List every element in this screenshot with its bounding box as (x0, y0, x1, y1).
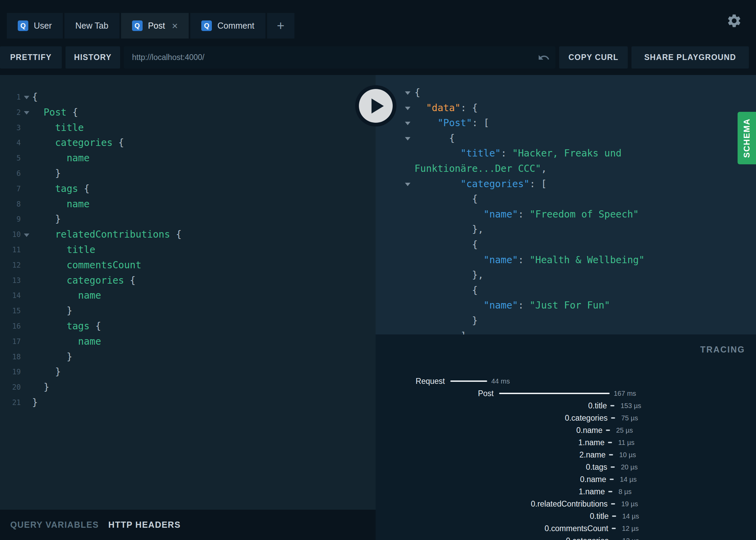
tracing-row: 0.title14 µs (376, 510, 756, 522)
query-code: } (32, 166, 376, 181)
tab-label: User (34, 21, 52, 31)
fold-arrow-icon[interactable] (401, 101, 415, 116)
query-code: title (32, 242, 376, 258)
query-code: } (32, 212, 376, 227)
tracing-dash-icon (610, 479, 614, 480)
tracing-dash-icon (609, 454, 613, 455)
fold-gutter (401, 298, 415, 313)
fold-gutter (401, 253, 415, 268)
line-number: 21 (0, 395, 21, 410)
tracing-label: 0.tags (586, 463, 607, 472)
query-type-icon: Q (18, 20, 28, 31)
response-code: "name": "Freedom of Speech" (415, 207, 756, 222)
query-line: 18 } (0, 349, 376, 365)
tracing-time: 75 µs (621, 414, 638, 422)
line-number: 4 (0, 135, 21, 151)
response-code: { (415, 283, 756, 298)
query-code: name (32, 151, 376, 166)
tracing-row: 0.title153 µs (376, 400, 756, 412)
line-number: 2 (0, 105, 21, 120)
tracing-row: Post167 ms (376, 387, 756, 400)
response-line: "name": "Just For Fun" (376, 298, 756, 313)
new-tab-button[interactable]: + (267, 13, 294, 39)
query-line: 17 name (0, 334, 376, 349)
query-editor-pane[interactable]: 1{2 Post {3 title4 categories {5 name6 }… (0, 75, 376, 510)
tab-user[interactable]: QUser (7, 13, 63, 39)
fold-gutter (21, 120, 32, 136)
line-number: 13 (0, 273, 21, 288)
query-code: categories { (32, 135, 376, 151)
tracing-time: 8 µs (619, 488, 631, 496)
query-line: 15 } (0, 303, 376, 319)
tab-label: Post (148, 21, 165, 31)
query-code: name (32, 334, 376, 349)
tracing-panel: TRACING Request44 msPost167 ms0.title153… (376, 334, 756, 540)
line-number: 8 (0, 197, 21, 212)
query-code: commentsCount (32, 258, 376, 273)
tracing-label: 1.name (579, 487, 605, 496)
fold-gutter (21, 364, 32, 380)
fold-arrow-icon[interactable] (21, 90, 32, 105)
copy-curl-button[interactable]: COPY CURL (559, 46, 628, 69)
url-input[interactable] (124, 46, 555, 69)
schema-tab-button[interactable]: SCHEMA (738, 112, 756, 164)
response-line: "name": "Freedom of Speech" (376, 207, 756, 222)
bottom-bar: QUERY VARIABLES HTTP HEADERS (0, 510, 376, 540)
query-code: categories { (32, 273, 376, 288)
fold-gutter (21, 288, 32, 303)
query-code: tags { (32, 319, 376, 334)
share-playground-button[interactable]: SHARE PLAYGROUND (631, 46, 749, 69)
tab-new-tab[interactable]: New Tab (64, 13, 119, 39)
tracing-time: 20 µs (621, 463, 638, 471)
prettify-button[interactable]: PRETTIFY (0, 46, 62, 69)
query-line: 8 name (0, 197, 376, 212)
fold-gutter (21, 303, 32, 319)
line-number: 15 (0, 303, 21, 319)
tracing-time: 10 µs (619, 451, 636, 459)
line-number: 20 (0, 380, 21, 395)
tab-label: Comment (217, 21, 254, 31)
tracing-label: 1.name (578, 438, 605, 447)
fold-arrow-icon[interactable] (21, 105, 32, 120)
tracing-dash-icon (612, 528, 616, 529)
tracing-row: 0.commentsCount12 µs (376, 522, 756, 535)
line-number: 6 (0, 166, 21, 181)
tracing-time: 167 ms (614, 390, 636, 397)
tracing-time: 14 µs (620, 476, 637, 483)
reload-icon[interactable] (538, 51, 550, 64)
url-field (124, 46, 555, 69)
fold-arrow-icon[interactable] (401, 85, 415, 101)
play-icon (372, 99, 384, 114)
fold-arrow-icon[interactable] (21, 227, 32, 242)
query-code: } (32, 303, 376, 319)
tracing-row: 0.tags20 µs (376, 461, 756, 473)
fold-gutter (401, 222, 415, 237)
query-line: 4 categories { (0, 135, 376, 151)
query-variables-tab[interactable]: QUERY VARIABLES (10, 520, 99, 530)
response-code: { (415, 192, 756, 207)
close-tab-icon[interactable]: × (172, 21, 178, 31)
fold-gutter (401, 207, 415, 222)
http-headers-tab[interactable]: HTTP HEADERS (108, 520, 181, 530)
response-code: "data": { (415, 101, 756, 116)
fold-arrow-icon[interactable] (401, 177, 415, 192)
response-code: "title": "Hacker, Freaks und (415, 146, 756, 161)
tracing-label: Post (478, 389, 494, 398)
tab-comment[interactable]: QComment (190, 13, 265, 39)
tracing-time: 11 µs (618, 439, 635, 447)
tracing-row: 1.name11 µs (376, 436, 756, 449)
settings-button[interactable] (726, 13, 742, 29)
history-button[interactable]: HISTORY (66, 46, 120, 69)
line-number: 5 (0, 151, 21, 166)
query-line: 2 Post { (0, 105, 376, 120)
response-line: ] (376, 329, 756, 335)
execute-button[interactable] (355, 85, 396, 126)
tab-post[interactable]: QPost× (121, 13, 189, 39)
tracing-row: 0.relatedContributions19 µs (376, 498, 756, 510)
fold-arrow-icon[interactable] (401, 131, 415, 146)
tracing-bar (450, 380, 487, 382)
fold-arrow-icon[interactable] (401, 116, 415, 131)
tracing-row: 1.name8 µs (376, 485, 756, 498)
response-code: { (415, 237, 756, 253)
query-line: 20 } (0, 380, 376, 395)
